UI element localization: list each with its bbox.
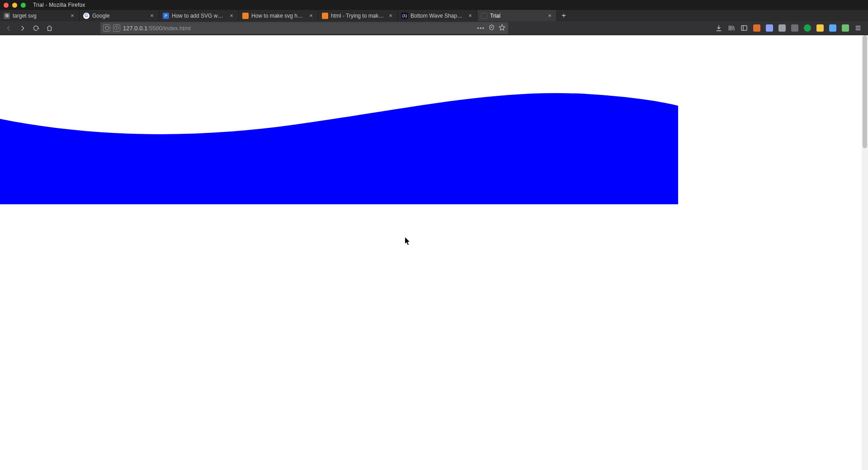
- favicon-icon: [322, 13, 328, 19]
- window-minimize-dot[interactable]: [12, 3, 17, 8]
- address-bar[interactable]: ⓘ 127.0.0.1:5500/index.html •••: [100, 22, 508, 34]
- ext-6-icon[interactable]: [816, 24, 825, 33]
- tab-bottom-wave[interactable]: (λ) Bottom Wave Shape Effect ×: [398, 10, 477, 21]
- tab-label: How to add SVG waves to y: [172, 13, 226, 19]
- url-path: /index.html: [162, 25, 191, 32]
- tab-strip: ⦿ target svg × G Google × P How to add S…: [0, 10, 868, 21]
- reload-button[interactable]: [30, 22, 42, 34]
- tab-label: Bottom Wave Shape Effect: [410, 13, 464, 19]
- tab-trial[interactable]: Trial ×: [477, 10, 557, 21]
- back-button[interactable]: [3, 22, 14, 34]
- new-tab-button[interactable]: ＋: [557, 10, 571, 21]
- downloads-icon[interactable]: [714, 24, 723, 33]
- tab-label: html - Trying to make SVG: [331, 13, 385, 19]
- home-button[interactable]: [43, 22, 55, 34]
- toolbar-extensions: [714, 24, 863, 33]
- site-info-icon[interactable]: ⓘ: [113, 24, 120, 32]
- tab-target-svg[interactable]: ⦿ target svg ×: [0, 10, 80, 21]
- sidebar-icon[interactable]: [740, 24, 749, 33]
- tab-svg-height[interactable]: How to make svg height sa ×: [239, 10, 318, 21]
- tab-google[interactable]: G Google ×: [80, 10, 159, 21]
- reader-mode-icon[interactable]: [488, 24, 495, 32]
- close-tab-icon[interactable]: ×: [467, 13, 473, 19]
- favicon-icon: ⦿: [4, 13, 10, 19]
- close-tab-icon[interactable]: ×: [308, 13, 314, 19]
- ext-1-icon[interactable]: [752, 24, 761, 33]
- close-tab-icon[interactable]: ×: [149, 13, 155, 19]
- reload-icon: [33, 25, 39, 32]
- ext-3-icon[interactable]: [778, 24, 787, 33]
- tab-label: Trial: [490, 13, 544, 19]
- ext-4-icon[interactable]: [790, 24, 799, 33]
- os-titlebar: Trial - Mozilla Firefox: [0, 0, 868, 10]
- forward-button[interactable]: [16, 22, 28, 34]
- favicon-icon: [242, 13, 249, 19]
- tab-svg-trying[interactable]: html - Trying to make SVG ×: [318, 10, 398, 21]
- menu-button[interactable]: [854, 24, 863, 33]
- window-title: Trial - Mozilla Firefox: [33, 2, 85, 8]
- shield-icon[interactable]: [103, 24, 110, 32]
- close-tab-icon[interactable]: ×: [387, 13, 394, 19]
- page-actions-icon[interactable]: •••: [477, 25, 485, 32]
- library-icon[interactable]: [727, 24, 736, 33]
- ext-8-icon[interactable]: [841, 24, 850, 33]
- close-tab-icon[interactable]: ×: [69, 13, 75, 19]
- ext-5-icon[interactable]: [803, 24, 812, 33]
- ext-2-icon[interactable]: [765, 24, 774, 33]
- vertical-scrollbar[interactable]: [862, 35, 868, 470]
- page-viewport: [0, 35, 868, 470]
- favicon-icon: G: [83, 13, 90, 19]
- bookmark-star-icon[interactable]: [499, 24, 505, 32]
- url-port: :5500: [147, 25, 162, 32]
- close-tab-icon[interactable]: ×: [228, 13, 235, 19]
- favicon-icon: P: [163, 13, 169, 19]
- favicon-icon: (λ): [401, 13, 408, 19]
- tab-svg-waves[interactable]: P How to add SVG waves to y ×: [159, 10, 239, 21]
- wave-graphic: [0, 35, 678, 204]
- close-tab-icon[interactable]: ×: [547, 13, 553, 19]
- wave-path: [0, 93, 678, 204]
- url-host: 127.0.0.1: [123, 25, 147, 32]
- arrow-right-icon: [19, 25, 26, 32]
- mouse-cursor-icon: [405, 237, 410, 245]
- window-close-dot[interactable]: [4, 3, 9, 8]
- scrollbar-thumb[interactable]: [863, 35, 867, 148]
- url-text[interactable]: 127.0.0.1:5500/index.html: [123, 25, 474, 32]
- home-icon: [46, 25, 53, 32]
- window-maximize-dot[interactable]: [21, 3, 26, 8]
- ext-7-icon[interactable]: [828, 24, 837, 33]
- nav-toolbar: ⓘ 127.0.0.1:5500/index.html •••: [0, 21, 868, 35]
- arrow-left-icon: [5, 25, 12, 32]
- svg-rect-0: [741, 26, 747, 31]
- tab-label: Google: [92, 13, 146, 19]
- tab-label: How to make svg height sa: [251, 13, 305, 19]
- favicon-icon: [481, 13, 487, 19]
- tab-label: target svg: [13, 13, 66, 19]
